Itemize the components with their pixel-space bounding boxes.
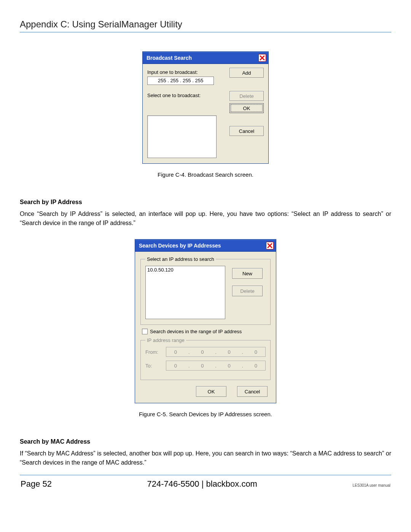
ok-button[interactable]: OK bbox=[229, 103, 264, 113]
octet: 0 bbox=[174, 349, 177, 355]
dialog-titlebar: Broadcast Search bbox=[143, 52, 268, 64]
section-body-mac: If “Search by MAC Address” is selected, … bbox=[20, 449, 391, 467]
ip-range-group: IP address range From: 0. 0. 0. 0 To: bbox=[140, 337, 271, 380]
page-footer: Page 52 724-746-5500 | blackbox.com LES3… bbox=[20, 479, 391, 489]
figure-caption-c4: Figure C-4. Broadcast Search screen. bbox=[20, 171, 391, 178]
cancel-button[interactable]: Cancel bbox=[237, 386, 268, 397]
section-heading-mac: Search by MAC Address bbox=[20, 438, 391, 445]
select-ip-legend: Select an IP address to search bbox=[145, 256, 216, 262]
ip-range-legend: IP address range bbox=[145, 337, 186, 343]
broadcast-listbox[interactable] bbox=[147, 115, 217, 158]
octet: 0 bbox=[201, 349, 204, 355]
ip-listbox[interactable]: 10.0.50.120 bbox=[145, 266, 225, 319]
range-checkbox[interactable] bbox=[142, 329, 148, 334]
input-broadcast-label: Input one to broadcast: bbox=[147, 68, 223, 75]
cancel-button[interactable]: Cancel bbox=[229, 126, 264, 136]
to-ip-input: 0. 0. 0. 0 bbox=[166, 361, 266, 371]
footer-manual: LES301A user manual bbox=[352, 483, 390, 487]
page-number: Page 52 bbox=[21, 479, 52, 489]
list-item[interactable]: 10.0.50.120 bbox=[147, 267, 223, 273]
close-icon[interactable] bbox=[258, 54, 266, 62]
range-checkbox-label: Search devices in the range of IP addres… bbox=[150, 329, 242, 334]
header-rule bbox=[20, 32, 391, 32]
close-icon[interactable] bbox=[266, 242, 274, 249]
dialog-title: Broadcast Search bbox=[147, 55, 192, 61]
broadcast-search-dialog: Broadcast Search Input one to broadcast:… bbox=[142, 51, 269, 164]
ok-button[interactable]: OK bbox=[196, 386, 226, 397]
footer-rule bbox=[20, 475, 391, 475]
octet: 0 bbox=[255, 363, 257, 369]
from-ip-input: 0. 0. 0. 0 bbox=[166, 347, 266, 357]
delete-button[interactable]: Delete bbox=[232, 286, 263, 296]
octet: 0 bbox=[228, 363, 231, 369]
octet: 0 bbox=[174, 363, 177, 369]
search-ip-dialog: Search Devices by IP Addresses Select an… bbox=[135, 239, 276, 403]
to-label: To: bbox=[145, 363, 162, 369]
figure-caption-c5: Figure C-5. Search Devices by IP Address… bbox=[20, 411, 391, 417]
select-ip-group: Select an IP address to search 10.0.50.1… bbox=[140, 256, 271, 325]
footer-contact: 724-746-5500 | blackbox.com bbox=[147, 479, 257, 489]
broadcast-ip-input[interactable]: 255 . 255 . 255 . 255 bbox=[147, 77, 214, 85]
from-label: From: bbox=[145, 349, 162, 355]
section-body-ip: Once “Search by IP Address” is selected,… bbox=[20, 209, 391, 228]
dialog-titlebar: Search Devices by IP Addresses bbox=[135, 240, 276, 252]
new-button[interactable]: New bbox=[232, 268, 263, 279]
octet: 0 bbox=[201, 363, 204, 369]
section-heading-ip: Search by IP Address bbox=[20, 199, 391, 206]
octet: 0 bbox=[255, 349, 257, 355]
select-broadcast-label: Select one to broadcast: bbox=[147, 91, 223, 101]
add-button[interactable]: Add bbox=[229, 68, 264, 78]
page-title: Appendix C: Using SerialManager Utility bbox=[20, 19, 391, 30]
delete-button[interactable]: Delete bbox=[229, 91, 264, 101]
dialog-title: Search Devices by IP Addresses bbox=[139, 243, 221, 249]
octet: 0 bbox=[228, 349, 231, 355]
